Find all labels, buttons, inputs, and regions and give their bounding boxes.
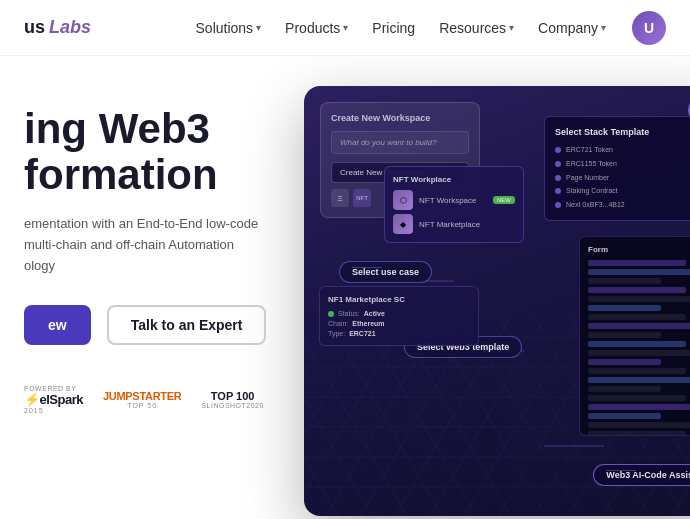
nav-item-products[interactable]: Products ▾ [275, 14, 358, 42]
logo[interactable]: us Labs [24, 17, 91, 38]
status-dot [328, 311, 334, 317]
hero-subtitle: ementation with an End-to-End low-code m… [24, 214, 264, 276]
talk-to-expert-button[interactable]: Talk to an Expert [107, 305, 267, 345]
code-line [588, 260, 686, 266]
icon-nft: NFT [353, 189, 371, 207]
partners-section: POWERED BY ⚡elSpark 2015 JUMPSTARTER TOP… [24, 385, 324, 414]
partner-jumpstarter: JUMPSTARTER TOP 50 [103, 390, 181, 409]
logo-prefix: us [24, 17, 45, 38]
stack-items-list: ERC721 Token ERC1155 Token Page Number S… [555, 145, 690, 210]
marketplace-info: Status: Active Chain: Ethereum Type: ERC… [328, 310, 470, 337]
nft-item-2: ◆ NFT Marketplace [393, 214, 515, 234]
stack-dot [555, 188, 561, 194]
hero-title: ing Web3 formation [24, 106, 324, 198]
stack-item-5: Next 0xBF3...4B12 [555, 200, 690, 210]
dashboard-mockup: ⬡ Create New Workspace What do you want … [304, 86, 690, 516]
hero-section: ing Web3 formation ementation with an En… [0, 56, 690, 519]
nft-items-list: ⬡ NFT Workspace NEW ◆ NFT Marketplace [393, 190, 515, 234]
stack-dot [555, 147, 561, 153]
code-line [588, 332, 661, 338]
code-line [588, 386, 661, 392]
nav-item-resources[interactable]: Resources ▾ [429, 14, 524, 42]
marketplace-row-3: Type: ERC721 [328, 330, 470, 337]
slingshot-label: SLINGSHOT2020 [201, 402, 264, 409]
navbar: us Labs Solutions ▾ Products ▾ Pricing R… [0, 0, 690, 56]
code-line [588, 341, 686, 347]
powerspark-powered-label: POWERED BY [24, 385, 76, 392]
marketplace-row-2: Chain: Ethereum [328, 320, 470, 327]
stack-dot [555, 175, 561, 181]
code-line [588, 278, 661, 284]
nav-item-solutions[interactable]: Solutions ▾ [186, 14, 272, 42]
nft-panel: NFT Workplace ⬡ NFT Workspace NEW ◆ NFT … [384, 166, 524, 243]
nft-panel-title: NFT Workplace [393, 175, 515, 184]
chevron-down-icon: ▾ [256, 22, 261, 33]
hero-left: ing Web3 formation ementation with an En… [24, 96, 324, 414]
code-line [588, 377, 690, 383]
nav-links: Solutions ▾ Products ▾ Pricing Resources… [186, 14, 616, 42]
chevron-down-icon: ▾ [601, 22, 606, 33]
workspace-title: Create New Workspace [331, 113, 469, 123]
chevron-down-icon: ▾ [509, 22, 514, 33]
stack-dot [555, 202, 561, 208]
stack-title: Select Stack Template [555, 127, 690, 137]
marketplace-title: NF1 Marketplace SC [328, 295, 470, 304]
code-panel-header: Form [588, 245, 690, 254]
code-lines-list [588, 260, 690, 436]
powerspark-label: ⚡elSpark [24, 392, 83, 407]
code-line [588, 395, 686, 401]
code-line [588, 368, 686, 374]
code-panel: Form [579, 236, 690, 436]
jumpstarter-sub: TOP 50 [127, 402, 157, 409]
avatar[interactable]: U [632, 11, 666, 45]
nft-icon-1: ⬡ [393, 190, 413, 210]
code-line [588, 404, 690, 410]
code-line [588, 350, 690, 356]
partner-powerspark: POWERED BY ⚡elSpark 2015 [24, 385, 83, 414]
code-line [588, 269, 690, 275]
code-line [588, 287, 686, 293]
code-line [588, 314, 686, 320]
top100-label: TOP 100 [211, 390, 255, 402]
nav-item-pricing[interactable]: Pricing [362, 14, 425, 42]
icon-eth: Ξ [331, 189, 349, 207]
stack-item-3: Page Number [555, 173, 690, 183]
cta-primary-button[interactable]: ew [24, 305, 91, 345]
nft-item: ⬡ NFT Workspace NEW [393, 190, 515, 210]
stack-item-2: ERC1155 Token [555, 159, 690, 169]
code-line [588, 413, 661, 419]
code-line [588, 431, 686, 436]
nav-item-company[interactable]: Company ▾ [528, 14, 616, 42]
stack-item-4: Staking Contract [555, 186, 690, 196]
workspace-prompt-box: What do you want to build? [331, 131, 469, 154]
bubble-ai-code-assist: Web3 AI-Code Assist [593, 464, 690, 486]
bubble-select-use-case: Select use case [339, 261, 432, 283]
jumpstarter-label: JUMPSTARTER [103, 390, 181, 402]
code-line [588, 422, 690, 428]
stack-item-1: ERC721 Token [555, 145, 690, 155]
code-line [588, 323, 690, 329]
logo-suffix: Labs [49, 17, 91, 38]
partner-top100: TOP 100 SLINGSHOT2020 [201, 390, 264, 409]
marketplace-panel: NF1 Marketplace SC Status: Active Chain:… [319, 286, 479, 346]
hero-buttons: ew Talk to an Expert [24, 305, 324, 345]
code-line [588, 305, 661, 311]
code-line [588, 296, 690, 302]
hero-right: ⬡ Create New Workspace What do you want … [304, 96, 666, 519]
powerspark-sub: 2015 [24, 407, 44, 414]
workspace-prompt-text: What do you want to build? [340, 138, 460, 147]
nft-icon-2: ◆ [393, 214, 413, 234]
marketplace-row-1: Status: Active [328, 310, 470, 317]
stack-template-panel: Select Stack Template ERC721 Token ERC11… [544, 116, 690, 221]
code-line [588, 359, 661, 365]
chevron-down-icon: ▾ [343, 22, 348, 33]
stack-dot [555, 161, 561, 167]
